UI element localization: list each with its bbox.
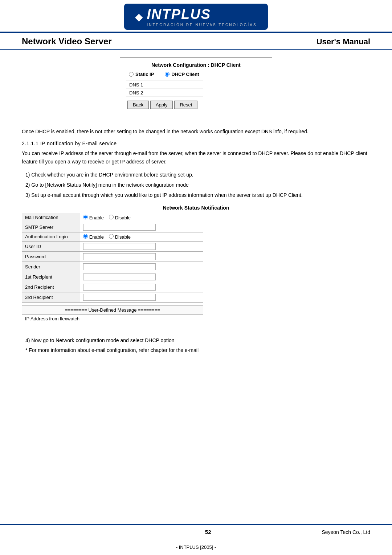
- apply-button[interactable]: Apply: [150, 101, 173, 109]
- nsn-title: Network Status Notification: [22, 205, 370, 211]
- auth-radio-group: Enable Disable: [83, 234, 200, 240]
- footer-bottom: - INTPLUS [2005] -: [0, 538, 392, 555]
- list-item-3: 3) Set up e-mail account through which y…: [25, 191, 370, 200]
- footer-list-item-4: 4) Now go to Network configuration mode …: [25, 336, 370, 345]
- nsn-value-userid: flexwatch: [80, 241, 203, 251]
- logo-text: INTPLUS: [147, 7, 257, 22]
- dns1-input[interactable]: 168.126.63.1: [149, 82, 200, 88]
- footer-company: Seyeon Tech Co., Ltd: [322, 529, 370, 535]
- logo-area: ◆ INTPLUS INTEGRACIÓN DE NUEVAS TECNOLOG…: [124, 4, 268, 30]
- page-title-right: User's Manual: [317, 37, 370, 46]
- sender-input[interactable]: user: [83, 263, 156, 270]
- nsn-label-mail: Mail Notification: [22, 213, 80, 222]
- dns1-value-cell: 168.126.63.1: [146, 81, 203, 89]
- dns2-input[interactable]: 168.126.63.2: [149, 90, 200, 96]
- nsn-row-recipient2: 2nd Recipient: [22, 282, 203, 292]
- nsn-value-sender: user: [80, 262, 203, 272]
- button-row: Back Apply Reset: [126, 101, 266, 109]
- nsn-row-auth: Authentication Login Enable Disable: [22, 232, 203, 241]
- nsn-label-recipient3: 3rd Recipient: [22, 292, 80, 302]
- static-ip-radio[interactable]: [129, 72, 134, 77]
- dhcp-client-label[interactable]: DHCP Client: [165, 72, 199, 77]
- recipient2-input[interactable]: [83, 284, 156, 291]
- nsn-row-userid: User ID flexwatch: [22, 241, 203, 251]
- nsn-value-recipient2: [80, 282, 203, 292]
- dns2-label: DNS 2: [126, 89, 146, 97]
- back-button[interactable]: Back: [127, 101, 149, 109]
- auth-enable-radio[interactable]: [83, 234, 88, 239]
- dns1-label: DNS 1: [126, 81, 146, 89]
- nsn-label-sender: Sender: [22, 262, 80, 272]
- nsn-row-smtp: SMTP Server kornet.net: [22, 222, 203, 232]
- logo-sub: INTEGRACIÓN DE NUEVAS TECNOLOGÍAS: [147, 23, 257, 27]
- ip-address-empty-row: [22, 323, 203, 331]
- nsn-value-recipient3: [80, 292, 203, 302]
- footer-list-item-star: * For more information about e-mail conf…: [25, 346, 370, 355]
- list-section: 1) Check whether you are in the DHCP env…: [22, 171, 370, 199]
- smtp-input[interactable]: kornet.net: [83, 224, 156, 231]
- dhcp-config-box: Network Configuration : DHCP Client Stat…: [120, 57, 272, 115]
- para2: You can receive IP address of the server…: [22, 149, 370, 166]
- list-item-2: 2) Go to [Network Status Notify] menu in…: [25, 181, 370, 190]
- section-heading: 2.1.1.1 IP notification by E-mail servic…: [22, 141, 370, 146]
- ip-address-line: IP Address from flexwatch: [22, 315, 203, 323]
- footer: 52 Seyeon Tech Co., Ltd: [0, 524, 392, 538]
- recipient1-input[interactable]: user@flexwatch.com: [83, 274, 156, 280]
- dns2-value-cell: 168.126.63.2: [146, 89, 203, 97]
- static-ip-label[interactable]: Static IP: [129, 72, 154, 77]
- recipient3-input[interactable]: [83, 294, 156, 301]
- dns2-row: DNS 2 168.126.63.2: [126, 89, 203, 97]
- title-bar: Network Video Server User's Manual: [0, 33, 392, 50]
- nsn-value-mail: Enable Disable: [80, 213, 203, 222]
- dhcp-config-title: Network Configuration : DHCP Client: [126, 62, 266, 68]
- nsn-label-recipient1: 1st Recipient: [22, 272, 80, 282]
- nsn-value-password: ****: [80, 251, 203, 262]
- password-input[interactable]: ****: [83, 253, 156, 260]
- nsn-label-userid: User ID: [22, 241, 80, 251]
- nsn-row-recipient3: 3rd Recipient: [22, 292, 203, 302]
- user-defined-msg-separator: ======== User-Defined Message ========: [22, 305, 203, 315]
- footer-page-number: 52: [205, 529, 211, 535]
- userid-input[interactable]: flexwatch: [83, 243, 156, 250]
- mail-enable-radio[interactable]: [83, 215, 88, 219]
- page-title-left: Network Video Server: [22, 36, 112, 46]
- list-item-3-container: 3) Set up e-mail account through which y…: [22, 191, 370, 200]
- main-content: Network Configuration : DHCP Client Stat…: [0, 50, 392, 524]
- mail-enable-label[interactable]: Enable: [83, 215, 104, 220]
- mail-notification-radio-group: Enable Disable: [83, 215, 200, 220]
- dns1-row: DNS 1 168.126.63.1: [126, 81, 203, 89]
- nsn-row-password: Password ****: [22, 251, 203, 262]
- dhcp-client-radio[interactable]: [165, 72, 170, 77]
- nsn-row-mail: Mail Notification Enable Disable: [22, 213, 203, 222]
- para1: Once DHCP is enabled, there is not other…: [22, 127, 370, 135]
- list-item-1: 1) Check whether you are in the DHCP env…: [25, 171, 370, 179]
- mail-disable-label[interactable]: Disable: [109, 215, 131, 220]
- logo-icon: ◆: [135, 11, 143, 23]
- nsn-label-password: Password: [22, 251, 80, 262]
- logo-box: ◆ INTPLUS INTEGRACIÓN DE NUEVAS TECNOLOG…: [124, 4, 268, 30]
- nsn-row-sender: Sender user: [22, 262, 203, 272]
- nsn-value-smtp: kornet.net: [80, 222, 203, 232]
- reset-button[interactable]: Reset: [174, 101, 197, 109]
- auth-disable-label[interactable]: Disable: [109, 234, 131, 240]
- auth-enable-label[interactable]: Enable: [83, 234, 104, 240]
- header: ◆ INTPLUS INTEGRACIÓN DE NUEVAS TECNOLOG…: [0, 0, 392, 33]
- ip-mode-row: Static IP DHCP Client: [126, 72, 266, 77]
- nsn-value-auth: Enable Disable: [80, 232, 203, 241]
- nsn-value-recipient1: user@flexwatch.com: [80, 272, 203, 282]
- nsn-label-recipient2: 2nd Recipient: [22, 282, 80, 292]
- dns-table: DNS 1 168.126.63.1 DNS 2 168.126.63.2: [126, 81, 203, 97]
- mail-disable-radio[interactable]: [109, 215, 114, 219]
- auth-disable-radio[interactable]: [109, 234, 114, 239]
- nsn-label-auth: Authentication Login: [22, 232, 80, 241]
- nsn-table: Mail Notification Enable Disable SMTP Se…: [22, 213, 203, 303]
- footer-list-section: 4) Now go to Network configuration mode …: [22, 336, 370, 355]
- nsn-row-recipient1: 1st Recipient user@flexwatch.com: [22, 272, 203, 282]
- nsn-label-smtp: SMTP Server: [22, 222, 80, 232]
